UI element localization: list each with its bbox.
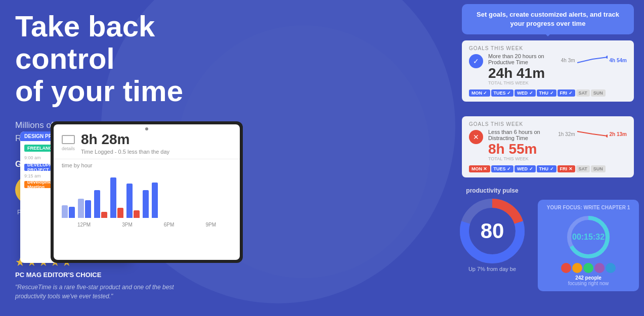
tooltip-bubble: Set goals, create customized alerts, and…	[462, 4, 634, 34]
tablet-details: details	[62, 146, 75, 151]
bar-group-1	[62, 205, 75, 218]
editor-choice-label: PC MAG EDITOR'S CHOICE	[15, 271, 202, 279]
avatar-4	[594, 263, 605, 273]
bar-5	[94, 190, 100, 218]
time-by-hour-label: time by hour	[54, 159, 240, 171]
bar-10	[134, 210, 140, 218]
pulse-sub: Up 7% from day be	[452, 266, 533, 272]
tablet-mockup: details 8h 28m Time Logged - 0.5 less th…	[51, 121, 243, 263]
focus-title: YOUR FOCUS: Write Chapter 1	[545, 205, 632, 210]
monitor-icon	[62, 135, 75, 144]
goal2-label: GOALS THIS WEEK	[469, 121, 627, 127]
focus-time: 00:15:32	[572, 233, 605, 242]
main-title: Take back control of your time	[15, 10, 228, 107]
avatar-3	[583, 263, 593, 273]
goal2-days: MON ✕ TUES ✓ WED ✓ THU ✓ FRI ✕ SAT SUN	[469, 165, 627, 172]
bar-12	[152, 183, 158, 218]
goal1-time: 24h 41m	[488, 66, 556, 80]
goal1-label: GOALS THIS WEEK	[469, 46, 627, 51]
bar-2	[69, 207, 75, 218]
focus-timer-container: 00:15:32	[545, 214, 632, 260]
svg-point-0	[606, 56, 608, 59]
bar-group-6	[143, 190, 149, 218]
bar-1	[62, 205, 68, 218]
bar-group-4	[110, 177, 123, 218]
bar-group-2	[78, 199, 91, 218]
focus-avatars	[545, 263, 632, 273]
goal1-total-label: TOTAL THIS WEEK	[488, 80, 556, 85]
productivity-pulse: productivity pulse 80 Up 7% from day be	[452, 187, 533, 272]
pulse-label: productivity pulse	[452, 187, 533, 194]
bar-8	[117, 208, 123, 218]
avatar-5	[606, 263, 616, 273]
goal-widget-2: GOALS THIS WEEK ✕ Less than 6 hours on D…	[462, 116, 634, 177]
goal1-chart: 4h 3m 4h 54m	[561, 55, 627, 65]
bar-7	[110, 177, 116, 218]
focus-people-count: 242 people	[575, 275, 602, 281]
donut-chart: 80	[459, 198, 525, 264]
svg-point-1	[606, 134, 608, 138]
bar-group-7	[152, 183, 158, 218]
bar-4	[85, 200, 91, 218]
tablet-time: 8h 28m	[81, 131, 169, 148]
focus-people-text: 242 people focusing right now	[545, 275, 632, 286]
pulse-number: 80	[481, 219, 504, 243]
goal2-title: Less than 6 hours on Distracting Time	[488, 129, 553, 141]
focus-people-sub: focusing right now	[568, 281, 609, 286]
bar-9	[126, 184, 133, 218]
bar-chart	[54, 171, 240, 222]
goal1-title: More than 20 hours on Productive Time	[488, 53, 556, 65]
goal2-time: 8h 55m	[488, 142, 553, 156]
goal1-days: MON ✓ TUES ✓ WED ✓ THU ✓ FRI ✓ SAT SUN	[469, 89, 627, 97]
goal2-icon: ✕	[469, 130, 483, 144]
bar-group-3	[94, 190, 107, 218]
review-text: "RescueTime is a rare five-star product …	[15, 283, 202, 301]
bar-group-5	[126, 184, 140, 218]
avatar-1	[561, 263, 571, 273]
bar-3	[78, 199, 84, 218]
goal-widget-1: GOALS THIS WEEK ✓ More than 20 hours on …	[462, 40, 634, 102]
tablet-camera	[145, 127, 148, 130]
goal1-icon: ✓	[469, 54, 483, 68]
bar-11	[143, 190, 149, 218]
goal2-chart: 1h 32m 2h 13m	[558, 129, 627, 139]
tablet-sub: Time Logged - 0.5 less than the day	[81, 149, 169, 155]
tablet-screen: details 8h 28m Time Logged - 0.5 less th…	[54, 124, 240, 260]
goal2-total-label: TOTAL THIS WEEK	[488, 156, 553, 161]
avatar-2	[572, 263, 582, 273]
chart-labels: 12PM 3PM 6PM 9PM	[54, 222, 240, 228]
focus-widget: YOUR FOCUS: Write Chapter 1 00:15:32 242…	[538, 200, 639, 291]
bar-6	[101, 212, 107, 218]
